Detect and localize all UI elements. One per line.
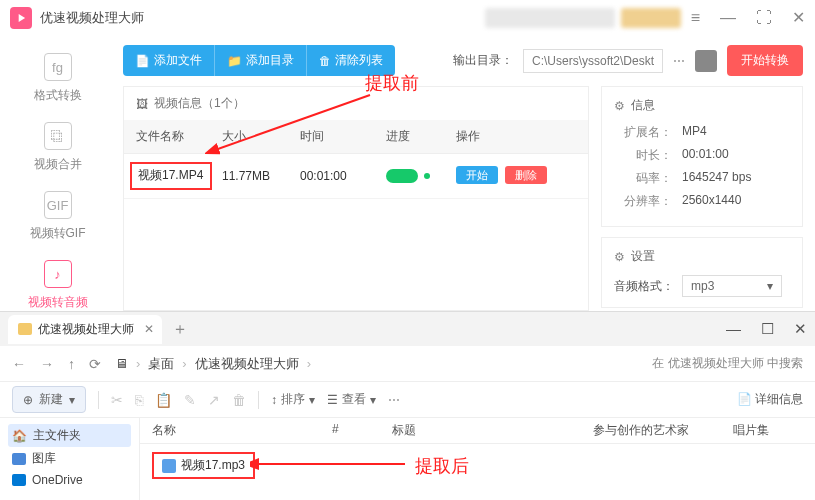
cut-icon[interactable]: ✂	[111, 392, 123, 408]
sidebar-item-format[interactable]: fg 格式转换	[34, 53, 82, 104]
resolution-value: 2560x1440	[682, 193, 741, 210]
row-delete-button[interactable]: 删除	[505, 166, 547, 184]
browse-folder-button[interactable]	[695, 50, 717, 72]
filename-cell: 视频17.MP4	[130, 162, 212, 190]
annotation-arrow	[205, 90, 375, 165]
output-file: 视频17.mp3	[152, 452, 255, 479]
col-title[interactable]: 标题	[392, 422, 593, 439]
row-start-button[interactable]: 开始	[456, 166, 498, 184]
side-gallery[interactable]: 图库	[8, 447, 131, 470]
audio-file-icon	[162, 459, 176, 473]
maximize-button[interactable]: ⛶	[756, 9, 772, 27]
add-file-button[interactable]: 📄 添加文件	[123, 45, 214, 76]
back-button[interactable]: ←	[12, 356, 26, 372]
ext-value: MP4	[682, 124, 707, 141]
add-folder-button[interactable]: 📁 添加目录	[214, 45, 306, 76]
image-icon: 🖼	[136, 97, 148, 111]
explorer-tab[interactable]: 优速视频处理大师 ✕	[8, 315, 162, 344]
start-convert-button[interactable]: 开始转换	[727, 45, 803, 76]
sidebar-item-label: 视频转音频	[28, 294, 88, 311]
paste-icon[interactable]: 📋	[155, 392, 172, 408]
gear-icon: ⚙	[614, 250, 625, 264]
pc-icon: 🖥	[115, 356, 128, 371]
view-dropdown[interactable]: ☰ 查看 ▾	[327, 391, 376, 408]
side-onedrive[interactable]: OneDrive	[8, 470, 131, 490]
sidebar-item-label: 视频合并	[34, 156, 82, 173]
refresh-button[interactable]: ⟳	[89, 356, 101, 372]
home-icon: 🏠	[12, 429, 27, 443]
tab-close-button[interactable]: ✕	[144, 322, 154, 336]
size-cell: 11.77MB	[222, 169, 300, 183]
sidebar-item-label: 格式转换	[34, 87, 82, 104]
close-button[interactable]: ✕	[792, 8, 805, 27]
chevron-down-icon: ▾	[767, 279, 773, 293]
merge-icon: ⿻	[44, 122, 72, 150]
up-button[interactable]: ↑	[68, 356, 75, 372]
menu-icon[interactable]: ≡	[691, 9, 700, 27]
settings-title: ⚙设置	[614, 248, 790, 265]
folder-icon	[18, 323, 32, 335]
col-progress: 进度	[386, 128, 456, 145]
path-ellipsis[interactable]: ⋯	[673, 54, 685, 68]
duration-value: 00:01:00	[682, 147, 729, 164]
col-name[interactable]: 名称	[152, 422, 332, 439]
sidebar-item-gif[interactable]: GIF 视频转GIF	[30, 191, 86, 242]
gallery-icon	[12, 453, 26, 465]
col-action: 操作	[456, 128, 576, 145]
plus-icon: ⊕	[23, 393, 33, 407]
file-row[interactable]: 视频17.mp3	[140, 444, 815, 487]
annotation-after: 提取后	[415, 454, 469, 478]
copy-icon[interactable]: ⎘	[135, 392, 143, 408]
output-path-input[interactable]: C:\Users\yssoft2\Deskt	[523, 49, 663, 73]
col-num[interactable]: #	[332, 422, 392, 439]
bitrate-value: 1645247 bps	[682, 170, 751, 187]
audio-format-label: 音频格式：	[614, 278, 674, 295]
side-main-folder[interactable]: 🏠主文件夹	[8, 424, 131, 447]
audio-icon: ♪	[44, 260, 72, 288]
new-tab-button[interactable]: ＋	[172, 319, 188, 340]
info-title: ⚙信息	[614, 97, 790, 114]
more-button[interactable]: ⋯	[388, 393, 400, 407]
progress-cell	[386, 169, 456, 183]
gif-icon: GIF	[44, 191, 72, 219]
annotation-arrow	[250, 454, 410, 474]
search-input[interactable]: 在 优速视频处理大师 中搜索	[652, 355, 803, 372]
breadcrumb[interactable]: 🖥› 桌面› 优速视频处理大师›	[115, 355, 311, 373]
sidebar-item-label: 视频转GIF	[30, 225, 86, 242]
format-icon: fg	[44, 53, 72, 81]
delete-icon[interactable]: 🗑	[232, 392, 246, 408]
annotation-before: 提取前	[365, 71, 419, 95]
rename-icon[interactable]: ✎	[184, 392, 196, 408]
col-artist[interactable]: 参与创作的艺术家	[593, 422, 733, 439]
new-button[interactable]: ⊕新建▾	[12, 386, 86, 413]
close-button[interactable]: ✕	[794, 320, 807, 338]
blurred-area	[621, 8, 681, 28]
blurred-area	[485, 8, 615, 28]
forward-button[interactable]: →	[40, 356, 54, 372]
maximize-button[interactable]: ☐	[761, 320, 774, 338]
onedrive-icon	[12, 474, 26, 486]
sidebar-item-merge[interactable]: ⿻ 视频合并	[34, 122, 82, 173]
app-logo	[10, 7, 32, 29]
chevron-down-icon: ▾	[69, 393, 75, 407]
minimize-button[interactable]: —	[726, 320, 741, 338]
gear-icon: ⚙	[614, 99, 625, 113]
sidebar-item-audio[interactable]: ♪ 视频转音频	[28, 260, 88, 311]
details-button[interactable]: 📄 详细信息	[737, 391, 803, 408]
svg-line-0	[215, 95, 370, 150]
share-icon[interactable]: ↗	[208, 392, 220, 408]
minimize-button[interactable]: —	[720, 9, 736, 27]
audio-format-select[interactable]: mp3▾	[682, 275, 782, 297]
sort-dropdown[interactable]: ↕ 排序 ▾	[271, 391, 315, 408]
col-album[interactable]: 唱片集	[733, 422, 803, 439]
time-cell: 00:01:00	[300, 169, 386, 183]
output-label: 输出目录：	[453, 52, 513, 69]
app-title: 优速视频处理大师	[40, 9, 144, 27]
